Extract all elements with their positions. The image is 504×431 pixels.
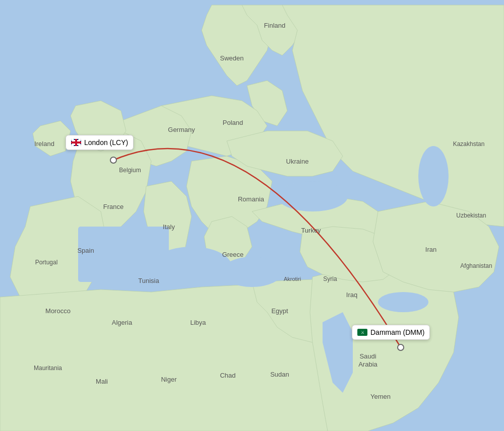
svg-text:Akrotiri: Akrotiri — [284, 276, 301, 282]
svg-point-4 — [418, 146, 449, 206]
svg-text:Turkey: Turkey — [301, 227, 321, 234]
svg-text:Greece: Greece — [222, 251, 244, 258]
svg-text:Belgium: Belgium — [119, 167, 141, 174]
svg-text:Afghanistan: Afghanistan — [460, 262, 492, 269]
dammam-label-text: Dammam (DMM) — [370, 328, 424, 336]
uk-flag-icon — [71, 139, 81, 146]
svg-text:Iran: Iran — [425, 246, 436, 253]
sa-flag-icon — [357, 329, 367, 336]
svg-text:Arabia: Arabia — [358, 361, 377, 368]
svg-text:Kazakhstan: Kazakhstan — [453, 140, 485, 148]
svg-text:Tunisia: Tunisia — [138, 277, 159, 284]
svg-text:Spain: Spain — [77, 247, 94, 254]
svg-text:Syria: Syria — [323, 275, 337, 282]
svg-text:Sudan: Sudan — [270, 371, 289, 378]
svg-text:Libya: Libya — [190, 319, 206, 326]
svg-point-6 — [378, 292, 428, 312]
svg-text:Algeria: Algeria — [112, 319, 133, 326]
svg-text:Ukraine: Ukraine — [286, 158, 309, 165]
svg-text:Morocco: Morocco — [45, 307, 71, 315]
svg-text:Poland: Poland — [223, 119, 243, 126]
svg-point-2 — [151, 247, 232, 287]
svg-text:Chad: Chad — [220, 372, 235, 379]
svg-text:Italy: Italy — [163, 223, 175, 231]
london-dot — [110, 157, 116, 163]
svg-text:Ireland: Ireland — [34, 140, 54, 148]
dammam-dot — [398, 344, 404, 350]
dammam-label: Dammam (DMM) — [352, 325, 430, 340]
map-container: Finland Sweden Ireland Belgium Germany P… — [0, 0, 504, 431]
svg-point-5 — [277, 181, 348, 211]
svg-text:Niger: Niger — [161, 376, 177, 383]
svg-text:Germany: Germany — [168, 126, 195, 133]
map-svg: Finland Sweden Ireland Belgium Germany P… — [0, 0, 504, 431]
svg-text:Mauritania: Mauritania — [34, 365, 62, 372]
svg-text:Mali: Mali — [96, 378, 108, 385]
svg-text:Romania: Romania — [238, 195, 265, 203]
london-label-text: London (LCY) — [84, 138, 128, 147]
svg-text:Sweden: Sweden — [220, 54, 244, 62]
svg-text:Finland: Finland — [264, 22, 286, 29]
london-label: London (LCY) — [66, 135, 134, 150]
svg-text:Yemen: Yemen — [370, 393, 391, 400]
svg-text:Portugal: Portugal — [35, 259, 58, 266]
svg-point-3 — [222, 257, 282, 287]
svg-text:Uzbekistan: Uzbekistan — [456, 212, 486, 219]
svg-text:Iraq: Iraq — [346, 291, 357, 299]
svg-text:France: France — [103, 203, 123, 210]
svg-text:Egypt: Egypt — [271, 307, 288, 315]
svg-text:Saudi: Saudi — [359, 352, 376, 360]
